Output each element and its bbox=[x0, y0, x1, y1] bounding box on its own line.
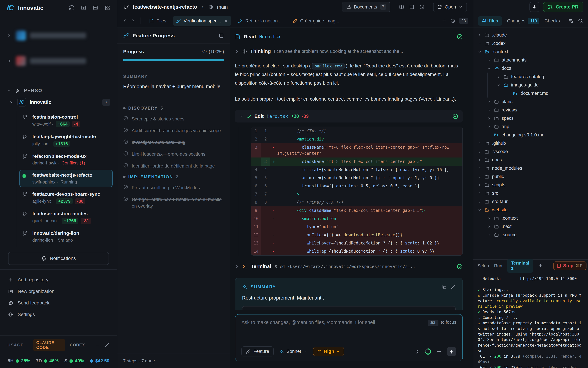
pull-down-button[interactable] bbox=[530, 2, 539, 12]
tree-item-.next[interactable]: .next bbox=[478, 222, 588, 231]
new-terminal-icon[interactable] bbox=[538, 263, 543, 268]
collapse-panel-icon[interactable] bbox=[219, 33, 224, 38]
task-item[interactable]: Investigate auto-scroll bug bbox=[123, 139, 224, 146]
stop-button[interactable]: Stop ⌘R bbox=[553, 261, 587, 270]
close-icon[interactable] bbox=[224, 19, 228, 23]
workspace-item[interactable]: refactor/bisect-mode-uxdaring-hawk ·Conf… bbox=[19, 151, 113, 168]
code-diff[interactable]: 11 {/* CTAs */}22 <motion.div3- classNam… bbox=[251, 127, 463, 256]
repo-group-header[interactable]: iC Innovatic 7 bbox=[0, 95, 117, 108]
forward-icon[interactable] bbox=[131, 18, 135, 23]
chat-scroll-area[interactable]: Read Hero.tsx Thinking I can see the pro… bbox=[230, 28, 473, 310]
tree-item-.codex[interactable]: .codex bbox=[478, 39, 588, 47]
history-icon[interactable] bbox=[450, 18, 455, 23]
new-workspace-icon[interactable] bbox=[81, 5, 87, 11]
tree-item-docs[interactable]: docs bbox=[478, 64, 588, 73]
thinking-step-row[interactable]: Thinking I can see the problem now. Look… bbox=[235, 49, 463, 54]
new-tab-icon[interactable] bbox=[442, 18, 447, 23]
tree-item-website[interactable]: website bbox=[478, 206, 588, 214]
tree-item-reviews[interactable]: reviews bbox=[478, 106, 588, 114]
terminal-output[interactable]: - Network: http://192.168.0.11:3000 ✓ St… bbox=[473, 272, 588, 368]
usage-tab-claude-code[interactable]: CLAUDE CODE bbox=[33, 339, 65, 351]
tree-item-tmp[interactable]: tmp bbox=[478, 122, 588, 131]
tree-item-changelog-v0.1.0.md[interactable]: M↓changelog-v0.1.0.md bbox=[478, 131, 588, 139]
tab-creer-guide[interactable]: Créer guide imag... bbox=[289, 16, 342, 26]
open-button[interactable]: Open bbox=[433, 2, 467, 12]
create-pr-button[interactable]: Create PR bbox=[543, 2, 583, 12]
tree-item-specs[interactable]: specs bbox=[478, 114, 588, 122]
attach-plus-icon[interactable] bbox=[436, 349, 442, 354]
tree-item-.context[interactable]: .context bbox=[478, 47, 588, 56]
task-item[interactable]: Fix auto-scroll bug in WorkModes bbox=[123, 184, 224, 191]
org-item-redacted-2[interactable] bbox=[0, 53, 117, 69]
effort-selector[interactable]: High bbox=[313, 347, 344, 356]
tree-item-features-catalog[interactable]: features-catalog bbox=[478, 73, 588, 81]
send-button[interactable] bbox=[447, 347, 456, 356]
history-icon[interactable] bbox=[419, 4, 425, 10]
collapse-icon[interactable] bbox=[415, 349, 420, 354]
chat-input-placeholder[interactable]: Ask to make changes, @mention files, /co… bbox=[241, 320, 428, 325]
add-repository-button[interactable]: Add repository bbox=[8, 274, 109, 285]
search-icon[interactable] bbox=[578, 18, 583, 24]
tab-verification-spec[interactable]: Vérification spec... bbox=[173, 16, 231, 26]
tree-item-public[interactable]: public bbox=[478, 173, 588, 181]
settings-button[interactable]: Settings bbox=[8, 309, 109, 320]
send-feedback-button[interactable]: Send feedback bbox=[8, 297, 109, 309]
minimize-icon[interactable] bbox=[95, 342, 100, 348]
tree-item-plans[interactable]: plans bbox=[478, 98, 588, 106]
model-selector[interactable]: Sonnet bbox=[279, 349, 307, 354]
feature-mode-button[interactable]: Feature bbox=[241, 346, 274, 357]
tree-item-docs[interactable]: docs bbox=[478, 156, 588, 164]
terminal-tab-run[interactable]: Run bbox=[494, 263, 502, 268]
terminal-tab-setup[interactable]: Setup bbox=[477, 263, 489, 268]
documents-button[interactable]: Documents 7 bbox=[342, 2, 390, 12]
tree-item-src-tauri[interactable]: src-tauri bbox=[478, 197, 588, 206]
workspace-item[interactable]: innovatic/daring-liondaring-lion ·5m ago bbox=[19, 228, 113, 245]
notifications-button[interactable]: Notifications bbox=[8, 252, 109, 265]
terminal-step-row[interactable]: Terminal $ cd /Users/wizarx/.innovatic/w… bbox=[235, 264, 463, 270]
task-item[interactable]: Corriger l'ordre nav + refaire le menu m… bbox=[123, 196, 224, 210]
edit-step-row[interactable]: Edit Hero.tsx +38 -39 bbox=[235, 110, 463, 122]
tree-item-.source[interactable]: .source bbox=[478, 231, 588, 239]
tree-item-.github[interactable]: .github bbox=[478, 139, 588, 147]
workspace-item[interactable]: feat/mission-controlwitty-wolf ·+664-4 bbox=[19, 112, 113, 129]
terminal-tab-terminal1[interactable]: Terminal 1 bbox=[507, 259, 533, 273]
workspace-item[interactable]: feat/user-custom-modesquiet-toucan ·+176… bbox=[19, 208, 113, 226]
tree-item-src[interactable]: src bbox=[478, 189, 588, 197]
tab-all-files[interactable]: All files bbox=[478, 16, 502, 26]
tab-changes[interactable]: Changes 113 bbox=[507, 18, 539, 24]
task-item[interactable]: Scan epic & stories specs bbox=[123, 116, 224, 122]
perso-section-header[interactable]: PERSO bbox=[0, 86, 117, 95]
tab-checks[interactable]: Checks bbox=[544, 18, 560, 24]
filter-icon[interactable] bbox=[568, 18, 573, 24]
workspace-item[interactable]: feat/azure-devops-board-syncagile-lynx ·… bbox=[19, 189, 113, 207]
task-item[interactable]: Lire Header.tsx + ordre des sections bbox=[123, 151, 224, 157]
sync-icon[interactable] bbox=[69, 5, 75, 11]
kanban-icon[interactable] bbox=[93, 5, 98, 11]
tab-retirer-la-notion[interactable]: Retirer la notion ... bbox=[235, 16, 286, 26]
tree-item-scripts[interactable]: scripts bbox=[478, 181, 588, 189]
workspace-item[interactable]: feat/ai-playwright-test-modejolly-lion ·… bbox=[19, 131, 113, 149]
tab-files[interactable]: Files bbox=[146, 16, 169, 26]
split-columns-icon[interactable] bbox=[399, 4, 404, 10]
org-item-redacted-1[interactable] bbox=[0, 28, 117, 44]
back-icon[interactable] bbox=[123, 18, 127, 23]
tree-item-.context[interactable]: .context bbox=[478, 214, 588, 222]
expand-icon[interactable] bbox=[105, 342, 110, 348]
split-rows-icon[interactable] bbox=[409, 4, 414, 10]
workspace-item[interactable]: feat/website-nextjs-refactoswift-sphinx … bbox=[19, 170, 113, 187]
tree-item-attachments[interactable]: attachments bbox=[478, 56, 588, 64]
task-item[interactable]: Audit current branch changes vs epic sco… bbox=[123, 128, 224, 134]
usage-tab-codex[interactable]: CODEX bbox=[70, 343, 85, 348]
tree-item-node_modules[interactable]: node_modules bbox=[478, 164, 588, 173]
task-item[interactable]: Identifier l'ordre de défilement de la p… bbox=[123, 163, 224, 169]
chat-input-box[interactable]: Ask to make changes, @mention files, /co… bbox=[235, 314, 463, 361]
tree-item-.claude[interactable]: .claude bbox=[478, 31, 588, 39]
new-organization-button[interactable]: New organization bbox=[8, 285, 109, 297]
tree-item-document.md[interactable]: M↓document.md bbox=[478, 89, 588, 98]
copy-icon[interactable] bbox=[442, 285, 447, 289]
dashboard-icon[interactable] bbox=[105, 5, 110, 11]
expand-icon[interactable] bbox=[451, 285, 456, 289]
tree-item-.vscode[interactable]: .vscode bbox=[478, 147, 588, 156]
tree-item-images-guide[interactable]: images-guide bbox=[478, 81, 588, 89]
read-step-row[interactable]: Read Hero.tsx bbox=[235, 34, 463, 40]
